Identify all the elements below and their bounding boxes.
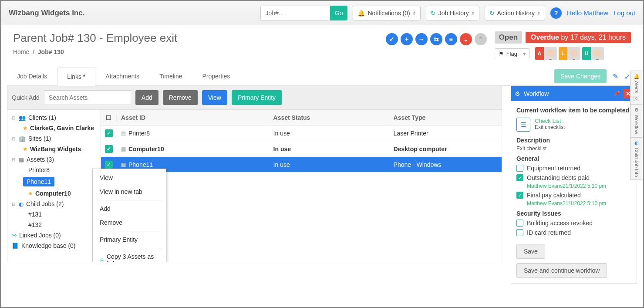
checklist-item[interactable]: Equipment returned [516, 165, 631, 172]
ctx-view[interactable]: View [93, 171, 166, 185]
checkbox-icon[interactable]: ✓ [516, 174, 523, 181]
notifications-dropdown[interactable]: 🔔 Notifications (0) ▲▼ [353, 6, 420, 20]
job-search-input[interactable] [260, 6, 330, 20]
avatar-u[interactable]: U [582, 47, 604, 60]
avatar-icon [544, 47, 557, 60]
tree-client-1[interactable]: ★ClarkeG, Gavin Clarke [11, 123, 97, 133]
tab-properties[interactable]: Properties [192, 67, 240, 85]
collapse-icon: ⊟ [12, 115, 16, 120]
tab-timeline[interactable]: Timeline [149, 67, 192, 85]
star-icon: ★ [23, 125, 27, 131]
action-check-icon[interactable]: ✓ [386, 33, 398, 45]
expand-icon[interactable]: ⤢ [624, 72, 630, 81]
header-asset-type[interactable]: Asset Type [389, 114, 502, 121]
ctx-remove[interactable]: Remove [93, 216, 166, 230]
sort-icon: ▲▼ [537, 11, 540, 15]
ctx-add[interactable]: Add [93, 202, 166, 216]
building-icon: 🏢 [19, 135, 26, 142]
ctx-primary[interactable]: Primary Entity [93, 233, 166, 247]
overdue-badge: Overdue by 17 days, 21 hours [526, 32, 631, 43]
edit-icon[interactable]: ✎ [613, 72, 618, 81]
star-icon: ★ [23, 146, 27, 152]
checked-icon[interactable]: ✓ [105, 161, 113, 169]
checkbox-icon[interactable] [516, 229, 523, 236]
greeting-link[interactable]: Hello Matthew [567, 9, 608, 17]
rail-child-job[interactable]: ◐Child Job Info [630, 137, 642, 180]
table-row[interactable]: ✓ ▦Printer8 In use Laser Printer [101, 125, 502, 141]
avatar-a[interactable]: A [535, 47, 557, 60]
remove-button[interactable]: Remove [163, 90, 198, 105]
header-asset-status[interactable]: Asset Status [269, 114, 389, 121]
bell-icon: 🔔 [634, 74, 640, 79]
help-icon[interactable]: ? [550, 7, 562, 19]
avatar-l[interactable]: L [559, 47, 580, 60]
action-swap-icon[interactable]: ⇆ [430, 33, 442, 45]
action-history-dropdown[interactable]: ↻ Action History ▲▼ [485, 6, 545, 20]
tree-asset-computer[interactable]: ★Computer10 [11, 188, 97, 199]
header-checkbox[interactable]: ☐ [101, 114, 117, 121]
asset-search-input[interactable] [44, 90, 131, 105]
checklist-item[interactable]: ID card returned [516, 229, 631, 236]
breadcrumb-home[interactable]: Home [13, 48, 29, 55]
asset-icon: ▦ [19, 156, 24, 163]
action-down-icon[interactable]: ⌄ [460, 33, 472, 45]
action-history-label: Action History [497, 10, 535, 17]
tree-childjob-131[interactable]: #131 [11, 209, 97, 220]
tree-kb[interactable]: 📘Knowledge base (0) [11, 240, 97, 251]
save-changes-button[interactable]: Save Changes [554, 69, 607, 83]
checked-icon[interactable]: ✓ [105, 145, 113, 153]
checklist-item[interactable]: ✓Outstanding debts paid [516, 174, 631, 181]
rail-alerts[interactable]: 🔔Alerts0 [630, 71, 642, 104]
flag-icon: ⚑ [499, 51, 504, 57]
checklist-item[interactable]: ✓Final pay calculated [516, 192, 631, 199]
go-button[interactable]: Go [330, 6, 347, 20]
checkbox-icon[interactable]: ✓ [516, 192, 523, 199]
checked-icon[interactable]: ✓ [105, 129, 113, 137]
checklist-item[interactable]: Building access revoked [516, 220, 631, 227]
collapse-icon: ⊟ [12, 136, 16, 141]
tree-asset-printer[interactable]: Printer8 [11, 165, 97, 175]
gear-icon: ⚙ [634, 107, 639, 113]
ctx-copy[interactable]: ⎘Copy 3 Assets as links [93, 250, 166, 262]
workflow-current-label: Current workflow item to be completed [516, 106, 631, 114]
tab-attachments[interactable]: Attachments [95, 67, 149, 85]
workflow-save-continue-button[interactable]: Save and continue workflow [516, 263, 607, 278]
tree-sites[interactable]: ⊟🏢Sites (1) [11, 133, 97, 144]
tree-assets[interactable]: ⊟▦Assets (3) [11, 154, 97, 165]
flag-button[interactable]: ⚑ Flag ▾ [495, 48, 530, 59]
link-icon: ⚯ [12, 232, 17, 239]
tree-childjobs[interactable]: ⊟◐Child Jobs (2) [11, 199, 97, 209]
checklist-icon: ☰ [516, 118, 530, 132]
refresh-icon: ↻ [489, 10, 495, 17]
workflow-panel-title: Workflow [524, 90, 610, 97]
action-forward-icon[interactable]: → [415, 33, 428, 45]
checklist-name: Exit checklist [535, 124, 565, 130]
notifications-label: Notifications (0) [368, 10, 410, 17]
action-up-icon[interactable]: ⌃ [475, 33, 487, 45]
tree-linkedjobs[interactable]: ⚯Linked Jobs (0) [11, 230, 97, 240]
rail-workflow[interactable]: ⚙Workflow [630, 104, 642, 137]
tab-links[interactable]: Links * [57, 68, 95, 86]
table-row[interactable]: ✓ ▦Computer10 In use Desktop computer [101, 141, 502, 157]
checkbox-icon[interactable] [516, 165, 523, 172]
primary-entity-button[interactable]: Primary Entity [232, 90, 282, 105]
job-history-dropdown[interactable]: ↻ Job History ▲▼ [426, 6, 479, 20]
pin-icon[interactable]: 📌 [614, 91, 620, 97]
tree-asset-phone[interactable]: Phone11 [11, 175, 97, 188]
logout-link[interactable]: Log out [614, 9, 635, 17]
tree-childjob-132[interactable]: #132 [11, 220, 97, 230]
tree-site-1[interactable]: ★WizBang Widgets [11, 144, 97, 154]
tab-job-details[interactable]: Job Details [7, 67, 57, 85]
tree-clients[interactable]: ⊟👥Clients (1) [11, 112, 97, 123]
pie-icon: ◐ [634, 140, 639, 146]
ctx-view-new-tab[interactable]: View in new tab [93, 185, 166, 199]
workflow-save-button[interactable]: Save [516, 244, 545, 259]
copy-icon: ⎘ [100, 257, 103, 262]
header-asset-id[interactable]: Asset ID [117, 114, 269, 121]
action-add-icon[interactable]: ＋ [401, 33, 413, 45]
checkbox-icon[interactable] [516, 220, 523, 227]
view-button[interactable]: View [202, 90, 227, 105]
action-list-icon[interactable]: ≡ [445, 33, 457, 45]
checklist-link[interactable]: Check List [535, 118, 565, 124]
add-button[interactable]: Add [135, 90, 158, 105]
